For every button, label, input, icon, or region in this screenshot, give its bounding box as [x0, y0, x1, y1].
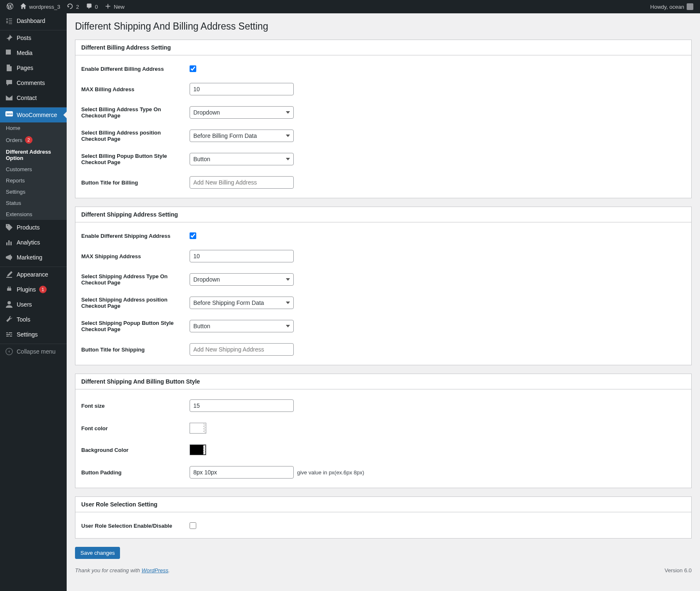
wordpress-link[interactable]: WordPress	[142, 567, 168, 574]
sidebar-item-users[interactable]: Users	[0, 297, 67, 312]
billing-button-title-label: Button Title for Billing	[81, 180, 190, 186]
comments-link[interactable]: 0	[82, 0, 101, 13]
submenu-item-reports[interactable]: Reports	[0, 175, 67, 186]
font-color-label: Font color	[81, 425, 190, 431]
site-name-link[interactable]: wordpress_3	[17, 0, 63, 13]
shipping-position-select[interactable]: Before Shipping Form Data	[190, 297, 294, 309]
font-size-input[interactable]	[190, 399, 294, 412]
collapse-label: Collapse menu	[17, 348, 55, 355]
font-color-picker[interactable]	[190, 423, 206, 434]
wp-logo[interactable]	[3, 0, 17, 13]
sidebar-item-marketing[interactable]: Marketing	[0, 250, 67, 265]
billing-type-select[interactable]: Dropdown	[190, 106, 294, 119]
panel-title: Different Billing Address Setting	[75, 40, 691, 55]
billing-popup-select[interactable]: Button	[190, 153, 294, 165]
sidebar-item-comments[interactable]: Comments	[0, 75, 67, 90]
shipping-button-title-input[interactable]	[190, 343, 294, 356]
billing-popup-label: Select Billing Popup Button Style Checko…	[81, 153, 190, 165]
enable-billing-checkbox[interactable]	[190, 65, 196, 72]
submenu-item-extensions[interactable]: Extensions	[0, 209, 67, 220]
sidebar-item-label: Products	[17, 224, 40, 231]
shipping-position-label: Select Shipping Address position Checkou…	[81, 297, 190, 309]
sidebar-item-settings[interactable]: Settings	[0, 327, 67, 342]
sidebar-item-label: WooCommerce	[17, 112, 57, 118]
sidebar-item-label: Posts	[17, 35, 31, 41]
sidebar-item-pages[interactable]: Pages	[0, 60, 67, 75]
sidebar-item-label: Media	[17, 50, 32, 56]
comments-icon	[5, 79, 13, 87]
analytics-icon	[5, 238, 13, 247]
sidebar-item-label: Marketing	[17, 254, 42, 261]
sidebar-item-label: Plugins	[17, 286, 36, 293]
admin-menu: Dashboard Posts Media Pages Comments Con…	[0, 13, 67, 590]
sidebar-item-posts[interactable]: Posts	[0, 30, 67, 45]
wordpress-icon	[7, 3, 13, 11]
home-icon	[20, 3, 27, 11]
sidebar-item-label: Contact	[17, 95, 37, 101]
mail-icon	[5, 94, 13, 102]
submenu-item-home[interactable]: Home	[0, 122, 67, 134]
role-enable-label: User Role Selection Enable/Disable	[81, 523, 190, 529]
submenu-item-orders[interactable]: Orders2	[0, 134, 67, 146]
max-shipping-input[interactable]	[190, 250, 294, 262]
shipping-type-select[interactable]: Dropdown	[190, 273, 294, 286]
submenu-item-different-address[interactable]: Different Address Option	[0, 146, 67, 164]
shipping-popup-label: Select Shipping Popup Button Style Check…	[81, 320, 190, 332]
panel-title: User Role Selection Setting	[75, 497, 691, 512]
version-text: Version 6.0	[665, 567, 692, 574]
font-size-label: Font size	[81, 403, 190, 409]
billing-button-title-input[interactable]	[190, 176, 294, 189]
role-enable-checkbox[interactable]	[190, 522, 196, 529]
plus-icon	[105, 3, 111, 11]
max-shipping-label: MAX Shipping Address	[81, 253, 190, 259]
padding-input[interactable]	[190, 466, 294, 479]
new-content-link[interactable]: New	[101, 0, 128, 13]
update-icon	[67, 3, 73, 11]
billing-position-select[interactable]: Before Billing Form Data	[190, 130, 294, 142]
plug-icon	[5, 285, 13, 294]
save-button[interactable]: Save changes	[75, 547, 120, 559]
sidebar-item-analytics[interactable]: Analytics	[0, 235, 67, 250]
panel-title: Different Shipping And Billing Button St…	[75, 374, 691, 389]
shipping-button-title-label: Button Title for Shipping	[81, 347, 190, 353]
sidebar-item-plugins[interactable]: Plugins 1	[0, 282, 67, 297]
pin-icon	[5, 34, 13, 42]
sidebar-item-label: Analytics	[17, 239, 40, 246]
bg-color-picker[interactable]	[190, 444, 206, 455]
sidebar-item-label: Users	[17, 301, 32, 308]
user-menu[interactable]: Howdy, ocean	[647, 0, 697, 13]
footer-thanks: Thank you for creating with WordPress.	[75, 567, 170, 574]
footer: Thank you for creating with WordPress. V…	[75, 559, 692, 574]
admin-bar: wordpress_3 2 0 New Howdy, ocean	[0, 0, 700, 13]
bg-color-label: Background Color	[81, 447, 190, 453]
orders-badge: 2	[25, 136, 32, 144]
enable-billing-label: Enable Different Billing Address	[81, 66, 190, 72]
sidebar-item-appearance[interactable]: Appearance	[0, 267, 67, 282]
sidebar-item-dashboard[interactable]: Dashboard	[0, 13, 67, 28]
submenu-item-settings[interactable]: Settings	[0, 186, 67, 197]
sidebar-item-label: Comments	[17, 80, 45, 86]
woocommerce-submenu: Home Orders2 Different Address Option Cu…	[0, 122, 67, 220]
user-icon	[5, 300, 13, 309]
sidebar-item-tools[interactable]: Tools	[0, 312, 67, 327]
panel-title: Different Shipping Address Setting	[75, 207, 691, 222]
svg-point-2	[8, 301, 11, 304]
sidebar-item-products[interactable]: Products	[0, 220, 67, 235]
megaphone-icon	[5, 253, 13, 262]
plugins-badge: 1	[39, 286, 47, 293]
page-icon	[5, 64, 13, 72]
shipping-popup-select[interactable]: Button	[190, 320, 294, 332]
submenu-item-status[interactable]: Status	[0, 197, 67, 209]
new-label: New	[114, 4, 125, 10]
submenu-item-customers[interactable]: Customers	[0, 164, 67, 175]
sidebar-item-woocommerce[interactable]: woo WooCommerce	[0, 107, 67, 122]
sidebar-item-media[interactable]: Media	[0, 45, 67, 60]
updates-link[interactable]: 2	[63, 0, 82, 13]
enable-shipping-checkbox[interactable]	[190, 232, 196, 239]
button-style-panel: Different Shipping And Billing Button St…	[75, 374, 692, 488]
max-billing-input[interactable]	[190, 83, 294, 95]
collapse-menu[interactable]: Collapse menu	[0, 344, 67, 359]
sidebar-item-contact[interactable]: Contact	[0, 90, 67, 105]
dashboard-icon	[5, 17, 13, 25]
updates-count: 2	[76, 4, 79, 10]
